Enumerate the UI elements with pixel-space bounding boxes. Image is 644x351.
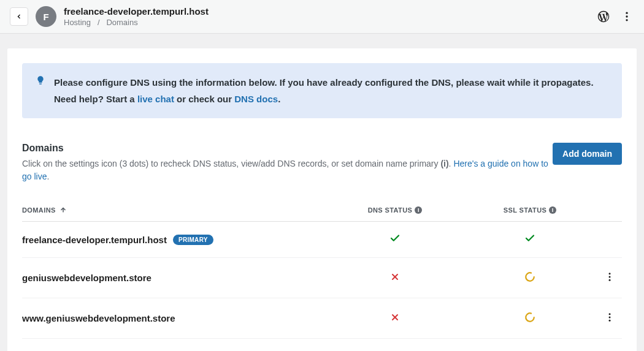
- ssl-status: [462, 233, 597, 246]
- breadcrumb-hosting[interactable]: Hosting: [64, 18, 91, 27]
- dns-alert: Please configure DNS using the informati…: [22, 63, 622, 118]
- row-actions-button[interactable]: [602, 309, 618, 327]
- domain-name: www.geniuswebdevelopment.store: [22, 313, 328, 323]
- page-header: F freelance-developer.tempurl.host Hosti…: [0, 0, 644, 34]
- more-vertical-icon: [604, 312, 615, 323]
- title-block: freelance-developer.tempurl.host Hosting…: [64, 6, 589, 27]
- svg-point-13: [609, 320, 611, 322]
- table-row: geniuswebdevelopment.store: [22, 258, 622, 298]
- row-actions: [597, 269, 622, 287]
- col-header-ssl: SSL STATUS i: [462, 206, 597, 214]
- dns-status: [328, 272, 462, 284]
- info-icon[interactable]: i: [415, 206, 422, 214]
- svg-point-8: [609, 279, 611, 281]
- row-actions: [597, 309, 622, 327]
- domain-name: geniuswebdevelopment.store: [22, 273, 328, 283]
- svg-point-7: [609, 276, 611, 278]
- main-panel: Please configure DNS using the informati…: [7, 48, 637, 351]
- chevron-left-icon: [15, 13, 23, 20]
- lightbulb-icon: [36, 75, 45, 88]
- breadcrumb-current: Domains: [106, 18, 137, 27]
- table-row: www.geniuswebdevelopment.store: [22, 298, 622, 339]
- wordpress-button[interactable]: [596, 9, 611, 24]
- alert-text: Please configure DNS using the informati…: [54, 74, 608, 107]
- col-header-domains[interactable]: DOMAINS: [22, 206, 328, 214]
- svg-point-1: [626, 15, 627, 17]
- ssl-status: [462, 312, 597, 325]
- check-icon: [389, 235, 401, 246]
- domain-name: freelance-developer.tempurl.hostPRIMARY: [22, 235, 328, 245]
- more-vertical-icon: [621, 10, 633, 23]
- row-actions-button[interactable]: [602, 269, 618, 287]
- dns-status: [328, 233, 462, 246]
- section-subtitle: Click on the settings icon (3 dots) to r…: [22, 157, 553, 183]
- pending-icon: [524, 271, 535, 285]
- sort-asc-icon: [59, 206, 67, 214]
- wordpress-icon: [597, 10, 610, 23]
- cross-icon: [390, 273, 400, 284]
- content-area: Please configure DNS using the informati…: [0, 34, 644, 351]
- ssl-status: [462, 271, 597, 285]
- rows-container: freelance-developer.tempurl.hostPRIMARYg…: [22, 222, 622, 339]
- table-row: freelance-developer.tempurl.hostPRIMARY: [22, 222, 622, 258]
- col-header-dns: DNS STATUS i: [328, 206, 462, 214]
- svg-point-6: [609, 273, 611, 274]
- section-title: Domains: [22, 143, 553, 154]
- site-avatar: F: [36, 6, 56, 27]
- dns-status: [328, 312, 462, 325]
- live-chat-link[interactable]: live chat: [137, 94, 174, 104]
- section-header: Domains Click on the settings icon (3 do…: [22, 143, 622, 183]
- back-button[interactable]: [10, 7, 28, 26]
- svg-point-2: [626, 19, 627, 21]
- dns-docs-link[interactable]: DNS docs: [234, 94, 278, 104]
- pending-icon: [524, 312, 535, 325]
- site-title: freelance-developer.tempurl.host: [64, 6, 589, 17]
- more-vertical-icon: [604, 271, 615, 282]
- header-actions: [596, 9, 634, 24]
- check-icon: [524, 235, 535, 246]
- svg-point-11: [609, 313, 611, 315]
- info-icon[interactable]: i: [549, 206, 556, 214]
- primary-badge: PRIMARY: [173, 235, 213, 245]
- svg-point-12: [609, 317, 611, 319]
- more-menu-button[interactable]: [619, 9, 634, 24]
- table-header: DOMAINS DNS STATUS i SSL STATUS i: [22, 198, 622, 222]
- breadcrumb: Hosting / Domains: [64, 18, 589, 27]
- svg-point-0: [626, 12, 627, 14]
- add-domain-button[interactable]: Add domain: [553, 143, 622, 165]
- cross-icon: [390, 314, 400, 324]
